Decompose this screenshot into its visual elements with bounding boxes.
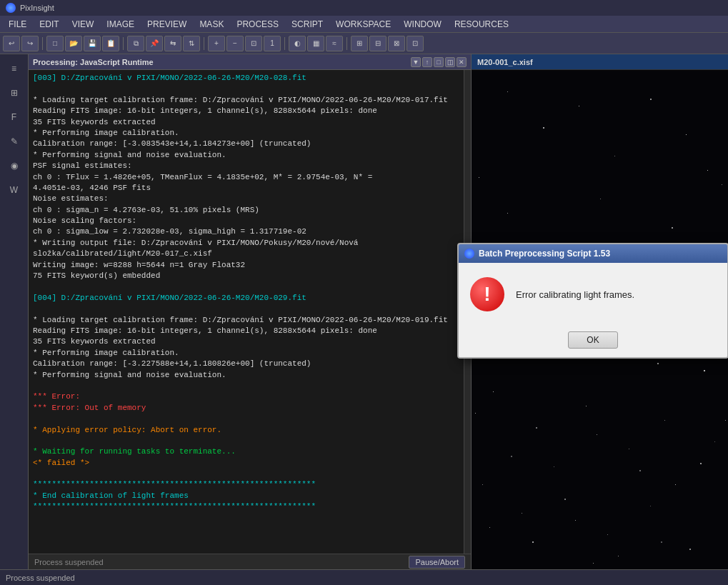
console-line: [003] D:/Zpracování v PIXI/MONO/2022-06-…	[33, 73, 459, 84]
left-sidebar: ≡ ⊞ F ✎ ◉ W	[0, 54, 29, 569]
toolbar-sep1	[42, 37, 43, 50]
console-line: * Writing output file: D:/Zpracování v P…	[33, 238, 459, 260]
toolbar-save[interactable]: 💾	[84, 36, 101, 51]
console-wrapper: [003] D:/Zpracování v PIXI/MONO/2022-06-…	[29, 70, 471, 554]
console-line: * Waiting for running tasks to terminate…	[33, 446, 459, 457]
star	[657, 363, 659, 364]
star	[629, 449, 629, 449]
console-titlebar: Processing: JavaScript Runtime ▼ ↑ □ ◫ ✕	[29, 54, 471, 70]
menu-file[interactable]: FILE	[3, 18, 32, 31]
console-line: *** Error:	[33, 391, 459, 402]
toolbar-undo[interactable]: ↩	[3, 36, 20, 51]
console-line: 75 FITS keyword(s) embedded	[33, 271, 459, 281]
sidebar-process-explorer[interactable]: ⊞	[3, 81, 26, 104]
console-line: ****************************************…	[33, 479, 459, 490]
star	[507, 91, 508, 92]
menu-mask[interactable]: MASK	[194, 18, 229, 31]
toolbar-copy[interactable]: ⧉	[127, 36, 144, 51]
toolbar-new[interactable]: □	[46, 36, 64, 51]
console-line: * Performing image calibration.	[33, 128, 459, 139]
toolbar-zoom-fit[interactable]: ⊡	[245, 36, 262, 51]
star	[686, 134, 687, 135]
toolbar-sep4	[284, 37, 285, 50]
toolbar-flip-h[interactable]: ⇆	[164, 36, 181, 51]
batch-preprocessing-dialog[interactable]: Batch Preprocessing Script 1.53 ! Error …	[457, 243, 728, 359]
sidebar-object-explorer[interactable]: ◉	[3, 154, 26, 177]
console-line: <* failed *>	[33, 458, 459, 469]
toolbar: ↩ ↪ □ 📂 💾 📋 ⧉ 📌 ⇆ ⇅ + − ⊡ 1 ◐ ▦ ≈ ⊞ ⊟ ⊠ …	[0, 33, 728, 54]
star	[618, 556, 619, 556]
toolbar-sep2	[123, 37, 124, 50]
star	[600, 199, 601, 199]
toolbar-paste[interactable]: 📌	[146, 36, 163, 51]
console-line: PSF signal estimates:	[33, 161, 459, 171]
console-btn-close[interactable]: ✕	[457, 57, 467, 67]
star	[725, 420, 726, 421]
console-line: * Loading target calibration frame: D:/Z…	[33, 315, 459, 326]
star	[575, 520, 576, 521]
star	[489, 527, 490, 528]
console-btn-minimize[interactable]: □	[434, 57, 444, 67]
menu-workspace[interactable]: WORKSPACE	[330, 18, 397, 31]
console-line	[33, 281, 459, 292]
sidebar-workspace-explorer[interactable]: W	[3, 179, 26, 201]
toolbar-zoom-in[interactable]: +	[208, 36, 225, 51]
image-title: M20-001_c.xisf	[477, 58, 533, 66]
toolbar-hist[interactable]: ▦	[307, 36, 324, 51]
toolbar-stf[interactable]: ◐	[289, 36, 306, 51]
console-line	[33, 381, 459, 391]
console-line	[33, 304, 459, 314]
menu-preview[interactable]: PREVIEW	[141, 18, 192, 31]
console-line: Reading FITS image: 16-bit integers, 1 c…	[33, 326, 459, 336]
console-btn-restore[interactable]: ◫	[445, 57, 455, 67]
toolbar-sep3	[204, 37, 204, 50]
sidebar-script-editor[interactable]: ✎	[3, 130, 26, 153]
star	[536, 427, 537, 429]
console-line: Writing image: w=8288 h=5644 n=1 Gray Fl…	[33, 260, 459, 271]
toolbar-zoom-1[interactable]: 1	[264, 36, 281, 51]
toolbar-workspace1[interactable]: ⊞	[351, 36, 368, 51]
star	[564, 499, 566, 500]
console-line: 4.4051e-03, 4246 PSF fits	[33, 183, 459, 194]
toolbar-stats[interactable]: ≈	[326, 36, 343, 51]
menu-edit[interactable]: EDIT	[34, 18, 64, 31]
menu-process[interactable]: PROCESS	[231, 18, 284, 31]
star	[650, 506, 651, 506]
menu-view[interactable]: VIEW	[66, 18, 100, 31]
star	[650, 99, 652, 100]
toolbar-workspace2[interactable]: ⊟	[369, 36, 387, 51]
toolbar-zoom-out[interactable]: −	[226, 36, 244, 51]
toolbar-saveas[interactable]: 📋	[102, 36, 119, 51]
toolbar-flip-v[interactable]: ⇅	[183, 36, 200, 51]
toolbar-open[interactable]: 📂	[65, 36, 82, 51]
console-line: ch 0 : TFlux = 1.4826e+05, TMeanFlux = 4…	[33, 172, 459, 183]
star	[579, 106, 579, 106]
star	[614, 156, 615, 156]
title-bar: PixInsight	[0, 0, 728, 16]
console-btn-up[interactable]: ↑	[422, 57, 432, 67]
console-output[interactable]: [003] D:/Zpracování v PIXI/MONO/2022-06-…	[29, 70, 464, 554]
console-btn-dropdown[interactable]: ▼	[411, 57, 421, 67]
starfield-titlebar: M20-001_c.xisf	[472, 54, 728, 70]
toolbar-workspace3[interactable]: ⊠	[388, 36, 405, 51]
dialog-title: Batch Preprocessing Script 1.53	[479, 249, 610, 259]
toolbar-workspace4[interactable]: ⊡	[407, 36, 424, 51]
menu-image[interactable]: IMAGE	[101, 18, 140, 31]
pause-abort-button[interactable]: Pause/Abort	[409, 556, 465, 569]
star	[493, 391, 494, 392]
menu-script[interactable]: SCRIPT	[286, 18, 329, 31]
menu-resources[interactable]: RESOURCES	[449, 18, 514, 31]
ok-button[interactable]: OK	[568, 331, 618, 349]
toolbar-redo[interactable]: ↪	[21, 36, 39, 51]
console-footer: Process suspended Pause/Abort	[29, 554, 471, 569]
star	[661, 541, 662, 543]
menu-window[interactable]: WINDOW	[398, 18, 447, 31]
sidebar-process-console[interactable]: ≡	[3, 57, 26, 80]
console-line: Calibration range: [-3.083543e+14,1.1842…	[33, 139, 459, 149]
dialog-message: Error calibrating light frames.	[516, 289, 634, 300]
status-bar: Process suspended	[0, 569, 728, 585]
star	[543, 127, 544, 129]
star	[700, 463, 702, 464]
star	[664, 420, 665, 421]
sidebar-format-explorer[interactable]: F	[3, 106, 26, 129]
